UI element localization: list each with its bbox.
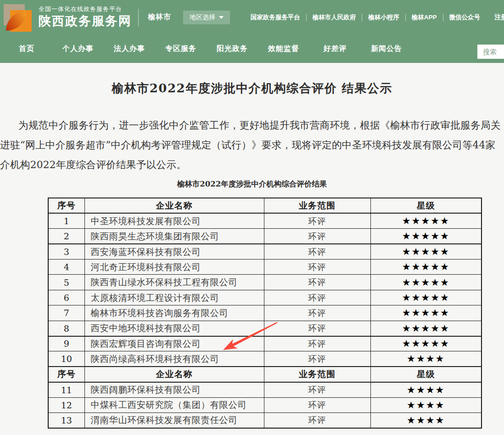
star-rating-cell: ★★★★★ bbox=[370, 244, 482, 259]
column-header-1: 企业名称 bbox=[84, 367, 264, 382]
site-title: 陕西政务服务网 bbox=[39, 14, 132, 28]
company-name-cell: 陕西雨昊生态环境集团有限公司 bbox=[84, 229, 264, 244]
top-bar: 全国一体化在线政务服务平台 陕西政务服务网 榆林市 地区选择 国家政务服务平台榆… bbox=[0, 0, 504, 34]
chevron-down-icon bbox=[219, 16, 224, 19]
nav-item-7[interactable]: 新闻公告 bbox=[361, 44, 412, 54]
site-logo bbox=[4, 3, 33, 32]
row-number-cell: 5 bbox=[48, 275, 84, 290]
table-row: 5陕西青山绿水环保科技工程有限公司环评★★★★★ bbox=[48, 275, 482, 290]
table-header-row: 序号企业名称业务范围星级 bbox=[48, 198, 482, 213]
business-scope-cell: 环评 bbox=[264, 229, 370, 244]
table-row: 7榆林市环境科技咨询服务有限公司环评★★★★★ bbox=[48, 305, 482, 321]
company-name-cell: 陕西青山绿水环保科技工程有限公司 bbox=[84, 275, 264, 290]
header-links: 国家政务服务平台榆林市人民政府榆林小程序榆林APP微信公众号 bbox=[251, 14, 480, 21]
brand-block: 全国一体化在线政务服务平台 陕西政务服务网 bbox=[39, 6, 132, 29]
region-select-label: 地区选择 bbox=[190, 13, 215, 22]
star-rating-cell: ★★★★ bbox=[370, 397, 482, 412]
company-name-cell: 太原核清环境工程设计有限公司 bbox=[84, 290, 264, 305]
paragraph-line-2: 进驻“网上中介服务超市”中介机构考评管理规定（试行）》要求，现将评定的中圣环境科… bbox=[0, 135, 504, 155]
paragraph-line-1: 为规范中介服务行为，进一步强化中介监管工作，更好地提升我市营商环境，根据《榆林市… bbox=[0, 115, 504, 135]
header-link-1[interactable]: 榆林市人民政府 bbox=[306, 14, 356, 21]
row-number-cell: 2 bbox=[48, 229, 84, 244]
header-divider bbox=[138, 9, 139, 26]
business-scope-cell: 环评 bbox=[264, 290, 370, 305]
row-number-cell: 1 bbox=[48, 213, 84, 228]
table-caption: 榆林市2022年度涉批中介机构综合评价结果 bbox=[0, 179, 504, 190]
star-rating-cell: ★★★★★ bbox=[370, 275, 482, 290]
header-link-3[interactable]: 榆林APP bbox=[405, 14, 437, 21]
company-name-cell: 渭南华山环保科技发展有限责任公司 bbox=[84, 412, 264, 428]
current-city-label: 榆林市 bbox=[148, 12, 171, 22]
main-nav: 首页个人办事法人办事专区服务阳光政务效能监督好差评新闻公告 bbox=[0, 34, 504, 63]
company-name-cell: 陕西阔鹏环保科技有限公司 bbox=[84, 382, 264, 397]
table-row: 10陕西尚绿高科环境科技有限公司环评★★★★ bbox=[48, 351, 482, 367]
business-scope-cell: 环评 bbox=[264, 412, 370, 428]
column-header-2: 业务范围 bbox=[264, 367, 370, 382]
announcement-paragraph: 为规范中介服务行为，进一步强化中介监管工作，更好地提升我市营商环境，根据《榆林市… bbox=[0, 115, 504, 175]
header-link-2[interactable]: 榆林小程序 bbox=[362, 14, 399, 21]
row-number-cell: 9 bbox=[48, 336, 84, 351]
nav-item-2[interactable]: 法人办事 bbox=[104, 44, 155, 54]
nav-item-0[interactable]: 首页 bbox=[1, 44, 52, 54]
row-number-cell: 4 bbox=[48, 260, 84, 275]
table-row: 3西安海蓝环保科技有限公司环评★★★★★ bbox=[48, 244, 482, 259]
business-scope-cell: 环评 bbox=[264, 336, 370, 351]
region-select-button[interactable]: 地区选择 bbox=[183, 11, 230, 24]
nav-item-6[interactable]: 好差评 bbox=[309, 44, 361, 54]
company-name-cell: 中煤科工西安研究院（集团）有限公司 bbox=[84, 397, 264, 412]
company-name-cell: 陕西宏辉项目咨询有限公司 bbox=[84, 336, 264, 351]
star-rating-cell: ★★★★★ bbox=[370, 260, 482, 275]
column-header-2: 业务范围 bbox=[264, 198, 370, 213]
business-scope-cell: 环评 bbox=[264, 260, 370, 275]
table-row: 13渭南华山环保科技发展有限责任公司环评★★★★ bbox=[48, 412, 482, 428]
table-row: 1中圣环境科技发展有限公司环评★★★★★ bbox=[48, 213, 482, 228]
star-rating-cell: ★★★★★ bbox=[370, 336, 482, 351]
table-row: 12中煤科工西安研究院（集团）有限公司环评★★★★ bbox=[48, 397, 482, 412]
star-rating-cell: ★★★★★ bbox=[370, 305, 482, 321]
row-number-cell: 13 bbox=[48, 412, 84, 428]
header-link-4[interactable]: 微信公众号 bbox=[443, 14, 481, 21]
nav-item-4[interactable]: 阳光政务 bbox=[207, 44, 258, 54]
company-name-cell: 中圣环境科技发展有限公司 bbox=[84, 213, 264, 228]
header-link-0[interactable]: 国家政务服务平台 bbox=[251, 14, 300, 21]
company-name-cell: 河北奇正环境科技有限公司 bbox=[84, 260, 264, 275]
table-row: 6太原核清环境工程设计有限公司环评★★★★★ bbox=[48, 290, 482, 305]
column-header-3: 星级 bbox=[370, 367, 482, 382]
company-name-cell: 西安中地环境科技有限公司 bbox=[84, 321, 264, 336]
star-rating-cell: ★★★★ bbox=[370, 351, 482, 367]
table-row: 4河北奇正环境科技有限公司环评★★★★★ bbox=[48, 260, 482, 275]
evaluation-results-table: 序号企业名称业务范围星级1中圣环境科技发展有限公司环评★★★★★2陕西雨昊生态环… bbox=[48, 198, 482, 429]
row-number-cell: 8 bbox=[48, 321, 84, 336]
platform-tagline: 全国一体化在线政务服务平台 bbox=[39, 6, 132, 13]
company-name-cell: 陕西尚绿高科环境科技有限公司 bbox=[84, 351, 264, 367]
row-number-cell: 7 bbox=[48, 305, 84, 321]
table-header-row: 序号企业名称业务范围星级 bbox=[48, 367, 482, 382]
business-scope-cell: 环评 bbox=[264, 275, 370, 290]
row-number-cell: 6 bbox=[48, 290, 84, 305]
business-scope-cell: 环评 bbox=[264, 397, 370, 412]
register-link[interactable]: 注册 bbox=[494, 13, 504, 22]
table-row: 11陕西阔鹏环保科技有限公司环评★★★★ bbox=[48, 382, 482, 397]
company-name-cell: 西安海蓝环保科技有限公司 bbox=[84, 244, 264, 259]
business-scope-cell: 环评 bbox=[264, 244, 370, 259]
nav-item-1[interactable]: 个人办事 bbox=[52, 44, 104, 54]
column-header-3: 星级 bbox=[370, 198, 482, 213]
star-rating-cell: ★★★★★ bbox=[370, 213, 482, 228]
business-scope-cell: 环评 bbox=[264, 382, 370, 397]
nav-item-3[interactable]: 专区服务 bbox=[155, 44, 207, 54]
star-rating-cell: ★★★★★ bbox=[370, 290, 482, 305]
site-header: 全国一体化在线政务服务平台 陕西政务服务网 榆林市 地区选择 国家政务服务平台榆… bbox=[0, 0, 504, 63]
table-row: 2陕西雨昊生态环境集团有限公司环评★★★★★ bbox=[48, 229, 482, 244]
star-rating-cell: ★★★★★ bbox=[370, 321, 482, 336]
nav-item-5[interactable]: 效能监督 bbox=[258, 44, 309, 54]
search-input[interactable] bbox=[477, 45, 504, 59]
business-scope-cell: 环评 bbox=[264, 351, 370, 367]
row-number-cell: 3 bbox=[48, 244, 84, 259]
company-name-cell: 榆林市环境科技咨询服务有限公司 bbox=[84, 305, 264, 321]
business-scope-cell: 环评 bbox=[264, 305, 370, 321]
table-row: 9陕西宏辉项目咨询有限公司环评★★★★★ bbox=[48, 336, 482, 351]
paragraph-line-3: 介机构2022年度综合评价结果予以公示。 bbox=[0, 155, 504, 175]
row-number-cell: 10 bbox=[48, 351, 84, 367]
business-scope-cell: 环评 bbox=[264, 321, 370, 336]
star-rating-cell: ★★★★★ bbox=[370, 229, 482, 244]
